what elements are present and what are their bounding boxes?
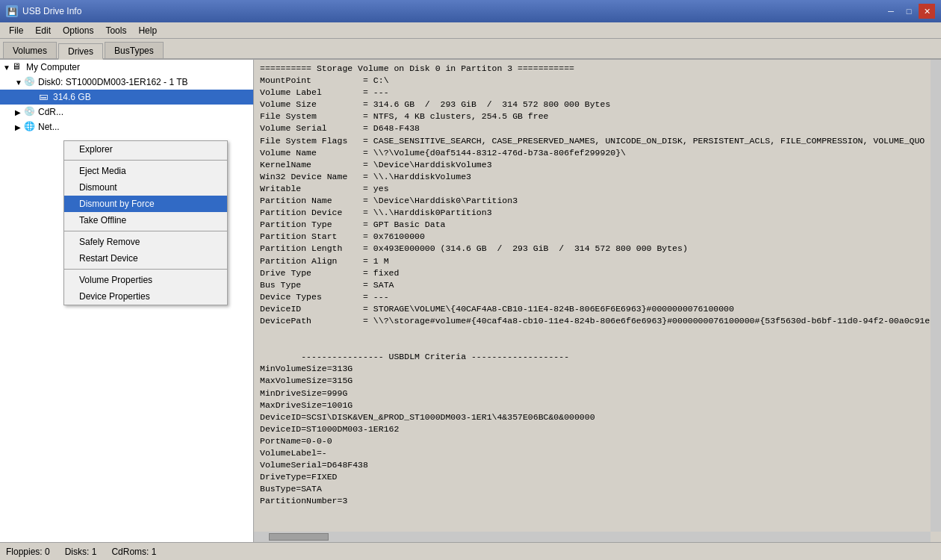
close-button[interactable]: ✕ <box>919 4 935 19</box>
ctx-separator-1 <box>64 160 227 161</box>
ctx-safely-remove[interactable]: Safely Remove <box>64 234 227 250</box>
ctx-volume-properties[interactable]: Volume Properties <box>64 272 227 288</box>
tab-bar: Volumes Drives BusTypes <box>0 39 941 60</box>
tree-partition[interactable]: 🖴 314.6 GB <box>0 90 253 105</box>
ctx-separator-3 <box>64 269 227 270</box>
ctx-device-properties[interactable]: Device Properties <box>64 288 227 305</box>
horizontal-scrollbar[interactable] <box>254 532 931 542</box>
right-panel: ========== Storage Volume on Disk 0 in P… <box>254 60 941 542</box>
vertical-scrollbar[interactable] <box>931 60 941 532</box>
title-bar: 💾 USB Drive Info ─ □ ✕ <box>0 0 941 22</box>
status-disks: Disks: 1 <box>65 547 97 557</box>
tree-cdrom[interactable]: ▶ 💿 CdR... <box>0 105 253 119</box>
tree-disk0-label: Disk0: ST1000DM003-1ER162 - 1 TB <box>38 77 188 87</box>
status-cdroms: CdRoms: 1 <box>111 547 156 557</box>
left-panel: ▼ 🖥 My Computer ▼ 💿 Disk0: ST1000DM003-1… <box>0 60 254 542</box>
tree-my-computer-label: My Computer <box>26 62 80 72</box>
menu-tools[interactable]: Tools <box>99 24 132 37</box>
h-scrollbar-thumb[interactable] <box>269 533 329 541</box>
ctx-take-offline[interactable]: Take Offline <box>64 212 227 228</box>
ctx-separator-2 <box>64 231 227 231</box>
ctx-restart-device[interactable]: Restart Device <box>64 250 227 267</box>
tree-network-expand[interactable]: ▶ <box>15 123 24 131</box>
tree-cdrom-expand[interactable]: ▶ <box>15 108 24 116</box>
tree-network-label: Net... <box>38 122 60 132</box>
context-menu: Explorer Eject Media Dismount Dismount b… <box>63 140 228 305</box>
network-icon: 🌐 <box>24 121 36 133</box>
tree-partition-label: 314.6 GB <box>53 92 91 102</box>
menu-help[interactable]: Help <box>132 24 163 37</box>
minimize-button[interactable]: ─ <box>883 4 899 19</box>
menu-edit[interactable]: Edit <box>29 24 57 37</box>
tree-cdrom-label: CdR... <box>38 107 63 117</box>
menu-options[interactable]: Options <box>57 24 99 37</box>
menu-bar: File Edit Options Tools Help <box>0 22 941 39</box>
ctx-dismount-by-force[interactable]: Dismount by Force <box>64 196 227 212</box>
tab-drives[interactable]: Drives <box>58 43 103 60</box>
tree-disk0-expand[interactable]: ▼ <box>15 78 24 87</box>
cdrom-icon: 💿 <box>24 106 36 118</box>
tab-bustypes[interactable]: BusTypes <box>105 42 164 58</box>
computer-icon: 🖥 <box>12 61 24 73</box>
right-content-wrapper: ========== Storage Volume on Disk 0 in P… <box>254 60 941 542</box>
menu-file[interactable]: File <box>3 24 29 37</box>
restore-button[interactable]: □ <box>901 4 917 19</box>
tab-volumes[interactable]: Volumes <box>3 42 57 58</box>
disk-icon: 💿 <box>24 76 36 88</box>
ctx-eject-media[interactable]: Eject Media <box>64 163 227 179</box>
ctx-explorer[interactable]: Explorer <box>64 141 227 158</box>
window-controls: ─ □ ✕ <box>883 4 935 19</box>
status-floppies: Floppies: 0 <box>6 547 50 557</box>
status-bar: Floppies: 0 Disks: 1 CdRoms: 1 <box>0 542 941 560</box>
tree-expand-icon[interactable]: ▼ <box>3 63 12 72</box>
info-text: ========== Storage Volume on Disk 0 in P… <box>254 60 941 510</box>
tree-my-computer[interactable]: ▼ 🖥 My Computer <box>0 60 253 75</box>
title-bar-left: 💾 USB Drive Info <box>6 5 81 17</box>
tree-partition-expand <box>30 93 39 102</box>
ctx-dismount[interactable]: Dismount <box>64 179 227 196</box>
partition-icon: 🖴 <box>39 91 51 103</box>
tree-disk0[interactable]: ▼ 💿 Disk0: ST1000DM003-1ER162 - 1 TB <box>0 75 253 90</box>
app-icon: 💾 <box>6 5 18 17</box>
app-title: USB Drive Info <box>22 6 81 16</box>
tree-network[interactable]: ▶ 🌐 Net... <box>0 119 253 134</box>
main-area: ▼ 🖥 My Computer ▼ 💿 Disk0: ST1000DM003-1… <box>0 60 941 542</box>
